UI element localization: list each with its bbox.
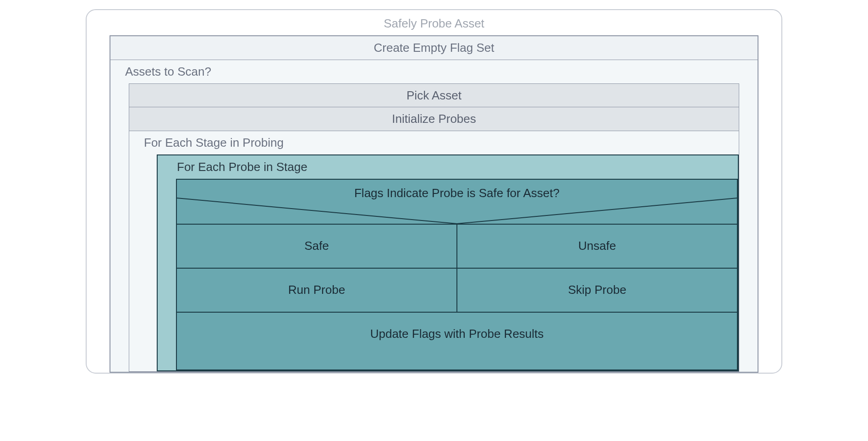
- branch-unsafe-label: Unsafe: [457, 225, 737, 268]
- initialize-probes-block: Initialize Probes: [129, 107, 739, 131]
- decision-question-text: Flags Indicate Probe is Safe for Asset?: [177, 186, 737, 200]
- decision-block: Flags Indicate Probe is Safe for Asset? …: [176, 179, 738, 370]
- for-each-stage-loop: For Each Stage in Probing For Each Probe…: [129, 131, 739, 372]
- pick-asset-block: Pick Asset: [129, 83, 739, 108]
- decision-branch-labels-row: Safe Unsafe: [177, 224, 737, 268]
- decision-branch-actions-row: Run Probe Skip Probe: [177, 268, 737, 312]
- assets-loop-body: Pick Asset Initialize Probes For Each St…: [110, 83, 758, 372]
- update-flags-block: Update Flags with Probe Results: [177, 312, 737, 356]
- svg-line-0: [177, 198, 457, 224]
- skip-probe-block: Skip Probe: [457, 269, 737, 312]
- for-each-stage-condition: For Each Stage in Probing: [129, 131, 739, 154]
- decision-bottom-spacer: [177, 356, 737, 369]
- for-each-probe-loop: For Each Probe in Stage Flags Indicate P…: [157, 154, 739, 371]
- run-probe-block: Run Probe: [177, 269, 457, 312]
- diagram-outer-container: Safely Probe Asset Create Empty Flag Set…: [86, 9, 782, 374]
- main-sequence-frame: Create Empty Flag Set Assets to Scan? Pi…: [110, 35, 758, 373]
- decision-condition-row: Flags Indicate Probe is Safe for Asset?: [177, 180, 737, 224]
- assets-to-scan-condition: Assets to Scan?: [110, 60, 758, 83]
- assets-to-scan-loop: Assets to Scan? Pick Asset Initialize Pr…: [110, 60, 758, 372]
- diagram-title: Safely Probe Asset: [110, 15, 758, 35]
- svg-line-1: [457, 198, 737, 224]
- branch-safe-label: Safe: [177, 225, 457, 268]
- for-each-probe-condition: For Each Probe in Stage: [158, 155, 738, 179]
- create-flag-set-block: Create Empty Flag Set: [110, 36, 758, 60]
